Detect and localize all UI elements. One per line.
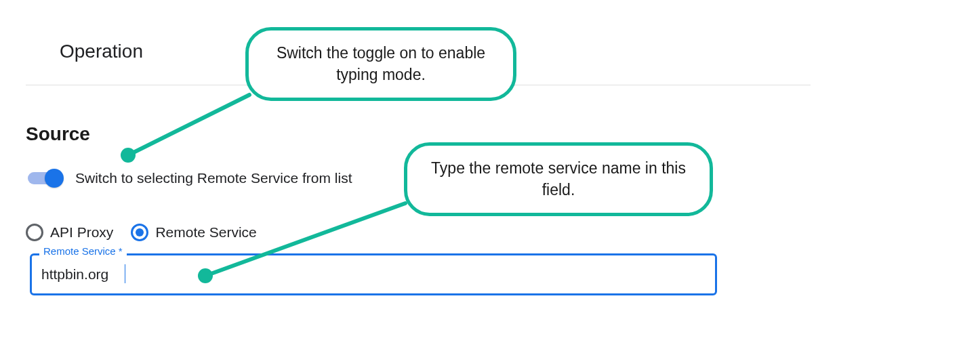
svg-line-0: [128, 95, 249, 155]
radio-remote-service-label: Remote Service: [155, 224, 256, 241]
svg-point-1: [121, 148, 136, 163]
callout-toggle: Switch the toggle on to enable typing mo…: [245, 27, 516, 101]
remote-service-field-legend: Remote Service *: [39, 245, 127, 257]
source-title: Source: [26, 123, 90, 145]
typing-mode-toggle-label: Switch to selecting Remote Service from …: [75, 170, 352, 186]
operation-title: Operation: [60, 41, 143, 62]
radio-api-proxy-label: API Proxy: [50, 224, 113, 241]
text-caret: [125, 264, 125, 283]
typing-mode-toggle[interactable]: [26, 169, 63, 187]
remote-service-input[interactable]: [30, 253, 717, 295]
radio-remote-service[interactable]: Remote Service: [131, 224, 256, 241]
callout-field: Type the remote service name in this fie…: [404, 142, 713, 216]
radio-api-proxy[interactable]: API Proxy: [26, 224, 113, 241]
